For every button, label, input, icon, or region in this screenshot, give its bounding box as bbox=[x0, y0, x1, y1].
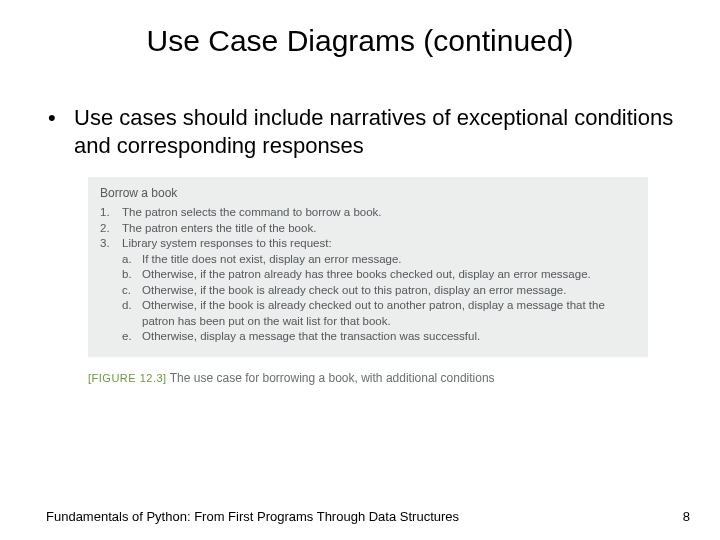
substep-letter: d. bbox=[122, 298, 142, 329]
step-text: The patron enters the title of the book. bbox=[122, 221, 636, 237]
step-text: Library system responses to this request… bbox=[122, 236, 636, 252]
slide-title: Use Case Diagrams (continued) bbox=[0, 0, 720, 68]
bullet-text: Use cases should include narratives of e… bbox=[74, 104, 674, 159]
substep-letter: a. bbox=[122, 252, 142, 268]
slide: Use Case Diagrams (continued) • Use case… bbox=[0, 0, 720, 540]
figure-caption-text: The use case for borrowing a book, with … bbox=[170, 371, 495, 385]
substep-text: Otherwise, if the book is already check … bbox=[142, 283, 636, 299]
substep-text: Otherwise, if the patron already has thr… bbox=[142, 267, 636, 283]
figure-box: Borrow a book 1. The patron selects the … bbox=[88, 177, 648, 357]
bullet-item: • Use cases should include narratives of… bbox=[46, 104, 674, 159]
figure-heading: Borrow a book bbox=[100, 185, 636, 201]
figure: Borrow a book 1. The patron selects the … bbox=[88, 177, 648, 385]
substep-letter: e. bbox=[122, 329, 142, 345]
substep-text: Otherwise, if the book is already checke… bbox=[142, 298, 636, 329]
substep-text: If the title does not exist, display an … bbox=[142, 252, 636, 268]
substep-item: e. Otherwise, display a message that the… bbox=[122, 329, 636, 345]
step-item: 1. The patron selects the command to bor… bbox=[100, 205, 636, 221]
substep-item: a. If the title does not exist, display … bbox=[122, 252, 636, 268]
step-number: 1. bbox=[100, 205, 122, 221]
footer: Fundamentals of Python: From First Progr… bbox=[46, 509, 690, 524]
slide-number: 8 bbox=[683, 509, 690, 524]
step-text: The patron selects the command to borrow… bbox=[122, 205, 636, 221]
step-number: 3. bbox=[100, 236, 122, 252]
bullet-dot-icon: • bbox=[46, 104, 74, 159]
substep-letter: b. bbox=[122, 267, 142, 283]
substep-text: Otherwise, display a message that the tr… bbox=[142, 329, 636, 345]
substep-letter: c. bbox=[122, 283, 142, 299]
footer-source: Fundamentals of Python: From First Progr… bbox=[46, 509, 459, 524]
substep-list: a. If the title does not exist, display … bbox=[100, 252, 636, 345]
step-item: 2. The patron enters the title of the bo… bbox=[100, 221, 636, 237]
figure-caption-label: [FIGURE 12.3] bbox=[88, 372, 167, 384]
bullet-list: • Use cases should include narratives of… bbox=[46, 104, 674, 159]
step-number: 2. bbox=[100, 221, 122, 237]
step-item: 3. Library system responses to this requ… bbox=[100, 236, 636, 252]
substep-item: d. Otherwise, if the book is already che… bbox=[122, 298, 636, 329]
figure-caption: [FIGURE 12.3] The use case for borrowing… bbox=[88, 371, 648, 385]
substep-item: b. Otherwise, if the patron already has … bbox=[122, 267, 636, 283]
substep-item: c. Otherwise, if the book is already che… bbox=[122, 283, 636, 299]
